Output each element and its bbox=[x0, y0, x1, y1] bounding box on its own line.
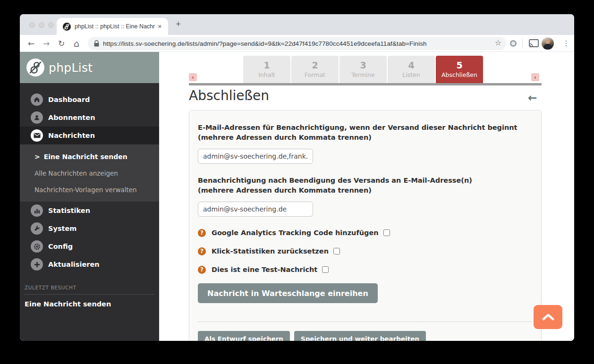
reset-click-stats-checkbox[interactable] bbox=[333, 248, 340, 254]
home-icon bbox=[31, 93, 43, 106]
step-label: Listen bbox=[388, 71, 435, 78]
browser-tab-bar: phpList :: phpList :: Eine Nachr ✕ + bbox=[20, 14, 574, 35]
sidebar-item-abonnenten[interactable]: Abonnenten bbox=[20, 109, 159, 127]
finish-panel: E-Mail-Adressen für Benachrichtigung, we… bbox=[189, 110, 542, 341]
wizard-next-arrow[interactable]: › bbox=[531, 73, 539, 81]
back-icon[interactable]: ← bbox=[25, 35, 37, 52]
step-number: 4 bbox=[388, 60, 435, 70]
submenu-item-label: Alle Nachrichten anzeigen bbox=[34, 169, 118, 177]
home-icon[interactable]: ⌂ bbox=[71, 35, 82, 52]
extension-icon[interactable] bbox=[510, 40, 517, 47]
back-arrow-icon[interactable]: ← bbox=[528, 92, 537, 104]
sidebar-item-label: Config bbox=[48, 243, 73, 250]
notify-end-label: Benachrichtigung nach Beendigung des Ver… bbox=[198, 176, 533, 195]
save-and-continue-button[interactable]: Speichern und weiter bearbeiten bbox=[294, 331, 426, 341]
bookmark-star-icon[interactable]: ☆ bbox=[495, 38, 501, 47]
notify-start-input[interactable] bbox=[198, 149, 313, 164]
phplist-logo-icon bbox=[26, 59, 44, 76]
help-icon[interactable]: ? bbox=[198, 266, 206, 274]
gear-icon bbox=[31, 240, 43, 253]
reload-icon[interactable]: ↻ bbox=[56, 35, 67, 52]
sidebar-item-system[interactable]: System bbox=[20, 220, 159, 237]
queue-message-button[interactable]: Nachricht in Warteschlange einreihen bbox=[198, 283, 378, 303]
sidebar-item-label: Dashboard bbox=[48, 96, 90, 103]
wizard-step-2[interactable]: 2 Format bbox=[291, 56, 339, 83]
wizard-step-1[interactable]: 1 Inhalt bbox=[243, 56, 290, 83]
sidebar-item-label: System bbox=[48, 225, 76, 232]
tab-close-icon[interactable]: ✕ bbox=[156, 23, 163, 31]
checkbox-label: Google Analytics Tracking Code hinzufüge… bbox=[212, 229, 379, 237]
window-traffic-lights bbox=[29, 22, 54, 28]
browser-window: phpList :: phpList :: Eine Nachr ✕ + ← →… bbox=[20, 14, 574, 341]
bar-chart-icon bbox=[31, 204, 43, 217]
google-analytics-row: ? Google Analytics Tracking Code hinzufü… bbox=[198, 228, 533, 237]
chevron-right-icon: > bbox=[34, 153, 40, 161]
phplist-favicon-icon bbox=[63, 23, 71, 31]
notify-end-input[interactable] bbox=[198, 202, 313, 217]
wizard-prev-arrow[interactable]: ‹ bbox=[189, 73, 197, 81]
page-title: Abschließen bbox=[189, 88, 269, 103]
step-label: Termine bbox=[339, 71, 387, 78]
wizard-step-4[interactable]: 4 Listen bbox=[388, 56, 435, 83]
test-message-row: ? Dies ist eine Test-Nachricht bbox=[198, 265, 533, 274]
reset-click-stats-row: ? Klick-Statistiken zurücksetzen bbox=[198, 246, 533, 256]
wizard-step-5[interactable]: 5 Abschließen bbox=[436, 56, 483, 85]
sidebar-item-label: Statistiken bbox=[48, 207, 90, 214]
cast-icon[interactable] bbox=[529, 39, 539, 49]
recently-visited-header: ZULETZT BESUCHT bbox=[25, 285, 154, 295]
divider bbox=[198, 322, 533, 322]
envelope-icon bbox=[31, 129, 43, 142]
tab-title: phpList :: phpList :: Eine Nachr bbox=[75, 23, 156, 30]
test-message-checkbox[interactable] bbox=[322, 266, 329, 273]
sidebar-item-aktualisieren[interactable]: Aktualisieren bbox=[20, 255, 159, 273]
address-bar[interactable]: https://lists.sv-soechering.de/lists/adm… bbox=[88, 37, 506, 50]
help-icon[interactable]: ? bbox=[198, 247, 206, 255]
browser-menu-icon[interactable]: ⋮ bbox=[561, 35, 571, 52]
plus-icon bbox=[31, 258, 43, 271]
step-number: 5 bbox=[436, 60, 483, 70]
save-draft-button[interactable]: Als Entwurf speichern bbox=[198, 331, 290, 341]
sidebar-item-nachrichten[interactable]: Nachrichten bbox=[20, 127, 159, 144]
chevron-up-icon bbox=[542, 313, 554, 321]
new-tab-button[interactable]: + bbox=[176, 19, 181, 29]
sidebar-item-config[interactable]: Config bbox=[20, 237, 159, 255]
submenu-item-label: Eine Nachricht senden bbox=[44, 153, 127, 161]
zoom-window-button[interactable] bbox=[48, 22, 54, 28]
minimize-window-button[interactable] bbox=[39, 22, 44, 28]
help-icon[interactable]: ? bbox=[198, 229, 206, 237]
notify-start-label: E-Mail-Adressen für Benachrichtigung, we… bbox=[198, 123, 533, 143]
sidebar-item-label: Abonnenten bbox=[48, 114, 95, 121]
sidebar: phpList Dashboard Abonnenten bbox=[20, 52, 159, 341]
main-content: ‹ › 1 Inhalt 2 Format 3 Termine 4 Listen… bbox=[159, 52, 574, 341]
close-window-button[interactable] bbox=[29, 22, 35, 28]
scroll-to-top-button[interactable] bbox=[534, 305, 562, 329]
browser-tab[interactable]: phpList :: phpList :: Eine Nachr ✕ bbox=[57, 18, 168, 35]
sidebar-item-label: Aktualisieren bbox=[48, 261, 100, 268]
avatar-body bbox=[543, 44, 552, 50]
sidebar-item-dashboard[interactable]: Dashboard bbox=[20, 91, 159, 109]
submenu-item-vorlagen[interactable]: Nachrichten-Vorlagen verwalten bbox=[20, 181, 159, 198]
url-text[interactable]: https://lists.sv-soechering.de/lists/adm… bbox=[103, 40, 427, 47]
submenu-item-eine-nachricht-senden[interactable]: > Eine Nachricht senden bbox=[20, 148, 159, 165]
recently-visited-item[interactable]: Eine Nachricht senden bbox=[25, 300, 154, 308]
step-label: Abschließen bbox=[436, 71, 483, 78]
submenu-item-alle-nachrichten[interactable]: Alle Nachrichten anzeigen bbox=[20, 165, 159, 181]
checkbox-label: Dies ist eine Test-Nachricht bbox=[212, 266, 317, 273]
profile-avatar[interactable] bbox=[542, 37, 554, 50]
step-label: Format bbox=[291, 71, 339, 78]
step-number: 2 bbox=[291, 60, 339, 70]
wizard-step-3[interactable]: 3 Termine bbox=[339, 56, 387, 83]
google-analytics-checkbox[interactable] bbox=[383, 229, 390, 236]
forward-icon[interactable]: → bbox=[41, 35, 52, 52]
toolbar-divider bbox=[522, 39, 523, 48]
sidebar-item-label: Nachrichten bbox=[48, 132, 95, 139]
step-label: Inhalt bbox=[243, 71, 290, 78]
submenu-item-label: Nachrichten-Vorlagen verwalten bbox=[34, 186, 137, 194]
wizard-progress-bar bbox=[189, 83, 542, 85]
nachrichten-submenu: > Eine Nachricht senden Alle Nachrichten… bbox=[20, 144, 159, 202]
step-number: 3 bbox=[339, 60, 387, 70]
sidebar-item-statistiken[interactable]: Statistiken bbox=[20, 202, 159, 220]
sidebar-header: phpList bbox=[20, 52, 159, 83]
avatar-face bbox=[545, 39, 550, 44]
wrench-icon bbox=[31, 222, 43, 235]
